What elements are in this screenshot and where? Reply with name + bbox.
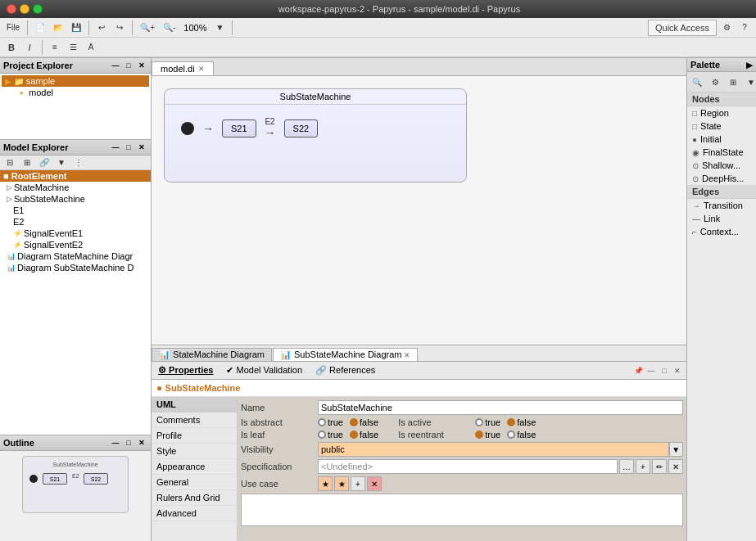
me-collapse-all-btn[interactable]: ⊟: [2, 155, 18, 171]
palette-filter-btn[interactable]: ▼: [743, 74, 756, 90]
save-btn[interactable]: 💾: [68, 20, 84, 36]
align-left-btn[interactable]: ≡: [47, 39, 63, 56]
prop-advanced[interactable]: Advanced: [152, 506, 237, 521]
me-more-btn[interactable]: ⋮: [70, 155, 87, 171]
usecase-orange-btn-1[interactable]: ★: [318, 476, 333, 491]
subsm-diagram-tab[interactable]: 📊 SubStateMachine Diagram ✕: [273, 348, 418, 361]
model-item-statemachine[interactable]: ▷ StateMachine: [0, 182, 151, 193]
me-collapse-icon[interactable]: —: [110, 142, 121, 153]
model-item-e2[interactable]: E2: [0, 216, 151, 228]
sm-diagram-tab[interactable]: 📊 StateMachine Diagram: [152, 348, 272, 361]
tab-model-di-close[interactable]: ✕: [198, 65, 205, 73]
spec-pencil-btn[interactable]: ✏: [652, 459, 667, 474]
maximize-button[interactable]: [33, 4, 43, 14]
file-menu-btn[interactable]: File: [3, 20, 23, 36]
leaf-false-radio[interactable]: false: [350, 430, 378, 440]
palette-expand-icon[interactable]: ▶: [746, 61, 753, 70]
palette-layout-btn[interactable]: ⊞: [725, 74, 741, 90]
usecase-add-btn[interactable]: +: [351, 476, 365, 491]
outline-close-icon[interactable]: ✕: [136, 437, 147, 449]
model-item-signalevent-e1[interactable]: ⚡ SignalEventE1: [0, 228, 151, 239]
model-item-diagram-sub[interactable]: 📊 Diagram SubStateMachine D: [0, 262, 151, 273]
prop-pin-icon[interactable]: 📌: [632, 365, 644, 376]
active-true-radio[interactable]: true: [475, 417, 500, 427]
minimize-button[interactable]: [20, 4, 29, 14]
prop-max-icon[interactable]: □: [659, 365, 670, 376]
close-button[interactable]: [7, 4, 16, 14]
reentrant-true-radio[interactable]: true: [475, 430, 500, 440]
prop-min-icon[interactable]: —: [645, 365, 657, 376]
help-btn[interactable]: ?: [736, 20, 753, 36]
new-btn[interactable]: 📄: [32, 20, 48, 36]
palette-item-state[interactable]: □ State: [687, 119, 756, 133]
tab-references[interactable]: 🔗 References: [312, 364, 378, 376]
model-item-diagram-sm[interactable]: 📊 Diagram StateMachine Diagr: [0, 250, 151, 262]
tree-item-sample[interactable]: ▶ 📁 sample: [2, 75, 149, 87]
palette-item-finalstate[interactable]: ◉ FinalState: [687, 146, 756, 159]
leaf-true-radio[interactable]: true: [318, 430, 343, 440]
tree-item-model[interactable]: 🔸 model: [2, 87, 149, 98]
active-false-radio[interactable]: false: [507, 417, 536, 427]
quick-access-button[interactable]: Quick Access: [648, 20, 717, 36]
prop-general[interactable]: General: [152, 475, 237, 490]
prop-comments[interactable]: Comments: [152, 413, 237, 428]
model-item-substatemachine[interactable]: ▷ SubStateMachine: [0, 193, 151, 205]
visibility-input[interactable]: [318, 442, 669, 457]
maximize-icon[interactable]: □: [123, 60, 134, 71]
spec-edit-btn[interactable]: …: [619, 459, 634, 474]
color-btn[interactable]: A: [83, 39, 99, 56]
align-center-btn[interactable]: ☰: [65, 39, 81, 56]
open-btn[interactable]: 📂: [50, 20, 66, 36]
italic-btn[interactable]: I: [21, 39, 38, 56]
settings-btn[interactable]: ⚙: [718, 20, 735, 36]
usecase-delete-btn[interactable]: ✕: [367, 476, 382, 491]
me-filter-btn[interactable]: ▼: [53, 155, 70, 171]
model-item-e1[interactable]: E1: [0, 205, 151, 216]
subsm-tab-close[interactable]: ✕: [404, 351, 410, 359]
palette-item-initial[interactable]: ● Initial: [687, 133, 756, 146]
tab-model-di[interactable]: model.di ✕: [152, 61, 214, 75]
bold-btn[interactable]: B: [3, 39, 20, 56]
palette-item-transition[interactable]: → Transition: [687, 199, 756, 212]
visibility-dropdown-btn[interactable]: ▼: [669, 442, 683, 457]
close-icon[interactable]: ✕: [136, 60, 147, 71]
palette-item-region[interactable]: □ Region: [687, 106, 756, 119]
palette-item-shallow[interactable]: ⊙ Shallow...: [687, 159, 756, 172]
specification-input[interactable]: [318, 459, 618, 474]
spec-delete-btn[interactable]: ✕: [668, 459, 683, 474]
palette-item-context[interactable]: ⌐ Context...: [687, 225, 756, 238]
prop-profile[interactable]: Profile: [152, 428, 237, 444]
palette-settings-btn[interactable]: ⚙: [707, 74, 723, 90]
palette-search-btn[interactable]: 🔍: [689, 74, 705, 90]
abstract-false-radio[interactable]: false: [350, 417, 378, 427]
palette-item-deephis[interactable]: ⊙ DeepHis...: [687, 172, 756, 185]
state-s21[interactable]: S21: [222, 119, 256, 138]
prop-style[interactable]: Style: [152, 444, 237, 459]
collapse-icon[interactable]: —: [110, 60, 121, 71]
tab-properties[interactable]: ⚙ Properties: [155, 364, 216, 376]
me-expand-all-btn[interactable]: ⊞: [19, 155, 35, 171]
zoom-dropdown-btn[interactable]: ▼: [211, 20, 228, 36]
spec-add-btn[interactable]: +: [636, 459, 650, 474]
diagram-area[interactable]: SubStateMachine → S21 E2 → S22: [152, 76, 686, 345]
prop-close-icon[interactable]: ✕: [672, 365, 683, 376]
usecase-orange-btn-2[interactable]: ★: [334, 476, 349, 491]
me-link-btn[interactable]: 🔗: [36, 155, 52, 171]
outline-maximize-icon[interactable]: □: [123, 437, 134, 449]
state-s22[interactable]: S22: [284, 119, 319, 138]
model-item-signalevent-e2[interactable]: ⚡ SignalEventE2: [0, 239, 151, 250]
zoom-out-btn[interactable]: 🔍-: [160, 20, 179, 36]
window-controls[interactable]: [7, 4, 43, 14]
redo-btn[interactable]: ↪: [111, 20, 128, 36]
undo-btn[interactable]: ↩: [93, 20, 110, 36]
outline-collapse-icon[interactable]: —: [110, 437, 121, 449]
prop-appearance[interactable]: Appearance: [152, 459, 237, 475]
prop-rulers-grid[interactable]: Rulers And Grid: [152, 490, 237, 506]
tab-model-validation[interactable]: ✔ Model Validation: [223, 364, 306, 376]
zoom-in-btn[interactable]: 🔍+: [137, 20, 158, 36]
reentrant-false-radio[interactable]: false: [507, 430, 536, 440]
palette-item-link[interactable]: — Link: [687, 212, 756, 225]
me-maximize-icon[interactable]: □: [123, 142, 134, 153]
name-input[interactable]: [318, 400, 683, 415]
abstract-true-radio[interactable]: true: [318, 417, 343, 427]
